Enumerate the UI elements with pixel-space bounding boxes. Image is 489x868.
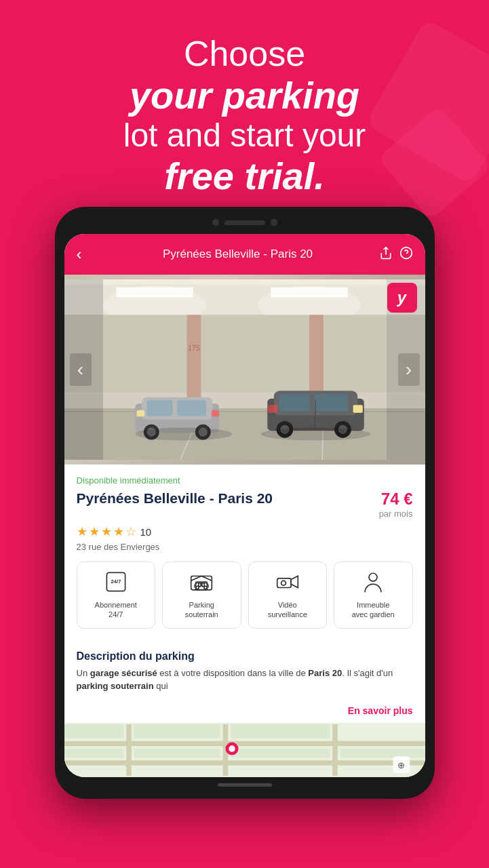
svg-point-42 [260, 428, 370, 441]
svg-marker-54 [291, 576, 298, 588]
svg-rect-66 [64, 749, 123, 757]
parking-info-section: Disponible immédiatement Pyrénées Bellev… [64, 465, 425, 650]
svg-rect-67 [134, 749, 220, 757]
parking-name-price-row: Pyrénées Belleville - Paris 20 74 € par … [77, 490, 413, 519]
app-logo-badge: y [387, 283, 417, 313]
image-nav-right[interactable]: › [398, 353, 420, 386]
svg-rect-12 [64, 315, 425, 392]
svg-rect-5 [64, 279, 425, 285]
feature-label-247: Abonnement24/7 [95, 600, 137, 620]
svg-rect-68 [231, 749, 330, 757]
header-line2: your parking [41, 75, 448, 117]
share-icon[interactable] [379, 246, 393, 263]
star-4: ★ [113, 524, 124, 539]
svg-rect-33 [314, 394, 347, 412]
features-grid: 24/7 Abonnement24/7 [77, 561, 413, 629]
svg-rect-50 [202, 583, 204, 587]
svg-rect-49 [199, 583, 201, 587]
star-2: ★ [89, 524, 100, 539]
svg-rect-16 [64, 408, 425, 460]
svg-point-55 [281, 580, 286, 585]
address: 23 rue des Envierges [77, 542, 413, 552]
feature-card-247: 24/7 Abonnement24/7 [77, 561, 156, 629]
rating-row: ★ ★ ★ ★ ☆ 10 [77, 524, 413, 539]
description-text: Un garage sécurisé est à votre dispositi… [77, 667, 413, 693]
svg-text:175: 175 [188, 344, 200, 352]
camera-icon [276, 570, 299, 596]
available-badge: Disponible immédiatement [77, 475, 413, 486]
star-1: ★ [77, 524, 87, 539]
header-section: Choose your parking lot and start your f… [0, 0, 489, 218]
svg-point-41 [135, 428, 232, 441]
feature-label-souterrain: Parkingsouterrain [185, 600, 218, 620]
svg-rect-65 [231, 724, 330, 738]
description-title: Description du parking [77, 650, 413, 663]
star-3: ★ [101, 524, 112, 539]
header-line3: lot and start your [41, 116, 448, 155]
svg-rect-39 [268, 405, 277, 412]
price-block: 74 € par mois [379, 490, 413, 519]
svg-rect-53 [277, 578, 290, 588]
header-line4: free trial. [41, 155, 448, 197]
svg-point-52 [204, 586, 207, 589]
phone-camera [212, 219, 219, 226]
phone-bottom-bar [64, 777, 425, 787]
star-half: ☆ [125, 524, 136, 539]
car-garage-icon [190, 570, 213, 596]
phone-screen: ‹ Pyrénées Belleville - Paris 20 [64, 234, 425, 777]
app-header: ‹ Pyrénées Belleville - Paris 20 [64, 234, 425, 275]
parking-image-area: 175 [64, 275, 425, 465]
header-line1: Choose [41, 34, 448, 75]
phone-sensor [271, 219, 277, 226]
stars: ★ ★ ★ ★ ☆ [77, 524, 136, 539]
svg-rect-64 [134, 724, 220, 738]
svg-point-56 [369, 573, 377, 581]
svg-text:24/7: 24/7 [111, 578, 121, 585]
map-strip[interactable]: ⊕ [64, 723, 425, 777]
phone-outer: ‹ Pyrénées Belleville - Paris 20 [55, 207, 435, 799]
svg-rect-38 [353, 405, 362, 412]
header-icons [379, 246, 413, 263]
feature-card-gardien: Immeubleavec gardien [334, 561, 413, 629]
home-indicator [218, 783, 272, 787]
app-title: Pyrénées Belleville - Paris 20 [97, 248, 379, 261]
svg-rect-69 [340, 749, 425, 757]
svg-point-71 [229, 745, 235, 752]
svg-rect-28 [136, 410, 144, 417]
back-button[interactable]: ‹ [77, 245, 97, 264]
person-icon [361, 570, 385, 596]
image-nav-left[interactable]: ‹ [70, 353, 92, 386]
price-value: 74 € [381, 490, 413, 508]
help-icon[interactable] [399, 246, 413, 263]
rating-count: 10 [140, 526, 152, 538]
map-image: ⊕ [64, 723, 425, 777]
svg-rect-32 [279, 394, 310, 412]
phone-top-bar [64, 219, 425, 234]
parking-name: Pyrénées Belleville - Paris 20 [77, 490, 379, 507]
phone-speaker [224, 220, 265, 225]
svg-point-51 [196, 586, 199, 589]
feature-card-souterrain: Parkingsouterrain [162, 561, 241, 629]
clock-icon: 24/7 [104, 570, 128, 596]
phone-mockup: ‹ Pyrénées Belleville - Paris 20 [55, 207, 435, 799]
parking-garage-image: 175 [64, 275, 425, 465]
svg-rect-63 [64, 724, 123, 738]
svg-text:⊕: ⊕ [397, 760, 405, 770]
feature-card-video: Vidéosurveillance [248, 561, 328, 629]
feature-label-video: Vidéosurveillance [268, 600, 307, 620]
price-unit: par mois [379, 509, 413, 519]
svg-rect-22 [146, 400, 172, 416]
description-section: Description du parking Un garage sécuris… [64, 650, 425, 703]
svg-rect-23 [177, 400, 206, 416]
svg-rect-29 [211, 410, 218, 417]
feature-label-gardien: Immeubleavec gardien [352, 600, 395, 620]
read-more-button[interactable]: En savoir plus [64, 703, 425, 723]
